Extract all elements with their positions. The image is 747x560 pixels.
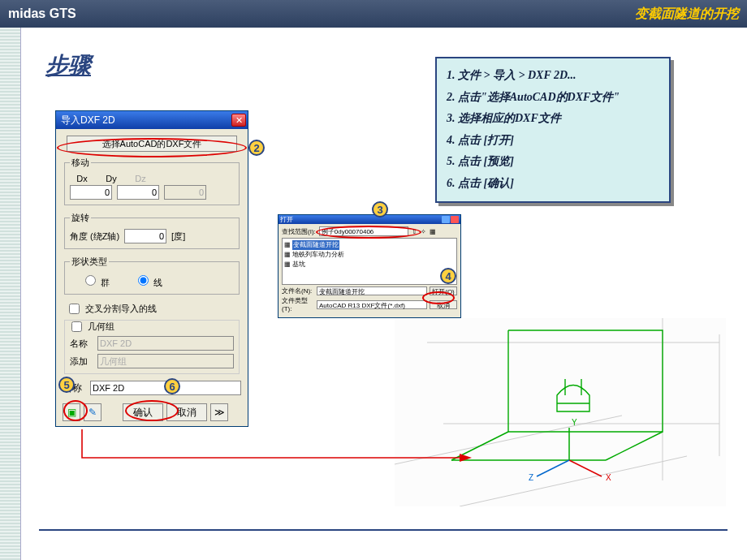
ok-button[interactable]: 确认 (123, 403, 163, 421)
angle-unit: [度] (171, 230, 185, 243)
open-file-dialog: 打开 查找范围(I): 例子0dy00070406 ⇧ ✧ ▦ ▦变截面隧道开挖… (278, 214, 461, 318)
filetype-select[interactable]: AutoCAD R13 DXF文件(*.dxf) (317, 300, 427, 309)
cancel-button[interactable]: 取消 (166, 403, 207, 421)
lookin-dropdown[interactable]: 例子0dy00070406 (319, 226, 408, 236)
shape-group-radio[interactable]: 群 (81, 273, 110, 289)
doc-title: 变截面隧道的开挖 (635, 6, 739, 23)
axis-z-label: Z (529, 473, 533, 482)
open-dialog-titlebar: 打开 (279, 215, 460, 224)
rotate-legend: 旋转 (70, 212, 91, 224)
dx-input[interactable] (70, 185, 112, 200)
svg-line-3 (460, 456, 687, 506)
dialog-titlebar: 导入DXF 2D ✕ (56, 111, 248, 129)
geom-group: 几何组 名称 添加 (64, 320, 240, 374)
step-1: 1. 文件 > 导入 > DXF 2D... (447, 65, 659, 87)
app-name: midas GTS (8, 6, 76, 21)
step-2: 2. 点击"选择AutoCAD的DXF文件" (447, 87, 659, 109)
angle-label: 角度 (绕Z轴) (70, 230, 119, 243)
dialog-title: 导入DXF 2D (61, 114, 115, 127)
import-dxf-dialog: 导入DXF 2D ✕ 选择AutoCAD的DXF文件 移动 Dx Dy Dz 旋 (55, 110, 248, 427)
preview-button[interactable]: ▣ (63, 403, 80, 421)
step-3: 3. 选择相应的DXF文件 (447, 108, 659, 130)
step-6: 6. 点击 [确认] (447, 173, 659, 195)
section-title: 步骤 (45, 50, 91, 81)
open-cancel-button[interactable]: 取消 (430, 300, 457, 309)
dz-label: Dz (128, 174, 153, 183)
angle-input[interactable] (124, 229, 166, 243)
geom-checkbox[interactable] (71, 321, 82, 332)
add-select (97, 354, 234, 368)
shape-line-radio[interactable]: 线 (134, 273, 162, 289)
filename-label: 文件名(N): (282, 286, 314, 295)
list-item: ▦变截面隧道开挖 (284, 240, 455, 250)
close-icon[interactable]: ✕ (231, 114, 246, 127)
add-label: 添加 (70, 355, 93, 368)
axis-y-label: Y (572, 418, 577, 427)
step-5: 5. 点击 [预览] (447, 151, 659, 173)
lookin-label: 查找范围(I): (282, 227, 316, 236)
slide-content: 步骤 1. 文件 > 导入 > DXF 2D... 2. 点击"选择AutoCA… (21, 28, 747, 560)
select-dxf-button[interactable]: 选择AutoCAD的DXF文件 (67, 136, 237, 152)
new-folder-icon[interactable]: ✧ (421, 228, 426, 235)
dy-input[interactable] (117, 185, 159, 200)
open-button[interactable]: 打开(O) (430, 286, 457, 295)
shape-legend: 形状类型 (70, 256, 109, 268)
open-dialog-title: 打开 (280, 215, 293, 224)
dy-label: Dy (99, 174, 123, 183)
file-list[interactable]: ▦变截面隧道开挖 ▦地铁列车动力分析 ▦基坑 (282, 238, 457, 285)
list-item: ▦基坑 (284, 260, 455, 269)
filetype-label: 文件类型(T): (282, 296, 314, 312)
dialog-button-row: ▣ ✎ 确认 取消 ≫ (63, 403, 228, 421)
callout-5: 5 (58, 377, 75, 393)
callout-3: 3 (372, 201, 388, 218)
help-icon[interactable] (442, 216, 450, 223)
dx-label: Dx (70, 174, 94, 183)
shape-type-group: 形状类型 群 线 (64, 256, 240, 295)
name-label: 名称 (70, 338, 93, 350)
steps-box: 1. 文件 > 导入 > DXF 2D... 2. 点击"选择AutoCAD的D… (435, 57, 671, 203)
callout-2: 2 (248, 140, 265, 156)
view-icon[interactable]: ▦ (430, 228, 436, 235)
geom-label: 几何组 (88, 321, 114, 333)
up-icon[interactable]: ⇧ (412, 228, 417, 235)
more-button[interactable]: ≫ (210, 403, 228, 421)
callout-6: 6 (164, 378, 180, 394)
app-header: midas GTS 变截面隧道的开挖 (0, 0, 747, 28)
move-group: 移动 Dx Dy Dz (64, 157, 240, 205)
close-icon[interactable] (451, 216, 459, 223)
footer-rule (39, 529, 728, 531)
model-viewport: X Y Z (395, 318, 726, 506)
callout-4: 4 (440, 268, 456, 284)
cross-split-label: 交叉分割导入的线 (85, 303, 157, 315)
list-item: ▦地铁列车动力分析 (284, 250, 455, 260)
svg-line-12 (537, 460, 569, 476)
dialog-body: 选择AutoCAD的DXF文件 移动 Dx Dy Dz 旋转 角度 (绕Z轴) (56, 129, 248, 400)
dz-input (164, 185, 206, 200)
filename-input[interactable]: 变截面隧道开挖 (317, 286, 427, 295)
sidebar-binding-strip (0, 28, 21, 560)
move-legend: 移动 (70, 157, 91, 169)
rotate-group: 旋转 角度 (绕Z轴) [度] (64, 212, 240, 249)
open-dialog-body: 查找范围(I): 例子0dy00070406 ⇧ ✧ ▦ ▦变截面隧道开挖 ▦地… (279, 224, 460, 315)
step-4: 4. 点击 [打开] (447, 130, 659, 152)
axis-x-label: X (606, 473, 611, 482)
svg-line-10 (569, 460, 602, 476)
apply-button[interactable]: ✎ (84, 403, 101, 421)
name-input (97, 336, 234, 351)
cross-split-checkbox[interactable] (69, 304, 80, 314)
